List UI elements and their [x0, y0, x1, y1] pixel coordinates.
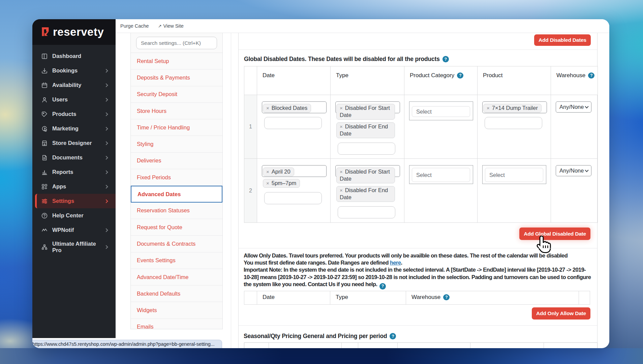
selected-tag[interactable]: 7×14 Dump Trailer [483, 104, 542, 113]
warehouse-select[interactable]: Any/None [556, 101, 591, 113]
selected-tag[interactable]: Disabled For End Date [336, 186, 395, 202]
sidebar-item-availability[interactable]: Availability [32, 78, 116, 92]
settings-nav-item-emails[interactable]: Emails [131, 319, 222, 329]
settings-nav-item-reservation-statuses[interactable]: Reservation Statuses [131, 203, 222, 219]
product-category-select[interactable]: Select [409, 165, 473, 184]
sidebar-item-bookings[interactable]: Bookings [32, 63, 116, 78]
users-icon [41, 96, 48, 103]
chevron-right-icon [104, 156, 108, 159]
settings-nav-item-security-deposit[interactable]: Security Deposit [131, 86, 222, 103]
settings-nav-item-advanced-dates[interactable]: Advanced Dates [131, 186, 222, 202]
help-icon[interactable] [588, 72, 594, 79]
selected-tag[interactable]: Disabled For Start Date [336, 104, 395, 120]
date-multiselect[interactable]: April 20 5pm–7pm [262, 165, 326, 188]
add-global-disabled-date-button[interactable]: Add Global Disabled Date [519, 228, 590, 240]
settings-nav-item-store-hours[interactable]: Store Hours [131, 103, 222, 119]
store-designer-icon [41, 140, 48, 147]
sidebar-item-products[interactable]: Products [32, 107, 116, 121]
selected-tag[interactable]: Disabled For End Date [336, 122, 395, 138]
row-index: 1 [244, 95, 257, 159]
column-header-warehouse: Warehouse [406, 291, 579, 304]
marketing-icon [41, 125, 48, 132]
settings-search-input[interactable] [136, 37, 217, 49]
select-placeholder: Select [412, 168, 470, 182]
settings-nav-item-deposits-payments[interactable]: Deposits & Payments [131, 69, 222, 86]
chevron-right-icon [104, 83, 108, 87]
allow-text-line: Allow Only Dates. Travel tours preferred… [244, 252, 597, 259]
settings-nav-item-request-for-quote[interactable]: Request for Quote [131, 219, 222, 236]
date-picker-input[interactable] [264, 192, 322, 204]
date-picker-input[interactable] [264, 117, 322, 129]
sidebar-item-documents[interactable]: Documents [32, 150, 116, 165]
remove-tag-icon[interactable] [266, 169, 269, 175]
product-category-cell: Select [404, 159, 478, 223]
add-only-allow-date-button[interactable]: Add Only Allow Date [532, 307, 590, 320]
settings-nav-item-time-price-handling[interactable]: Time / Price Handling [131, 119, 222, 136]
remove-tag-icon[interactable] [340, 169, 343, 175]
availability-icon [41, 82, 48, 89]
settings-nav-item-widgets[interactable]: Widgets [131, 302, 222, 318]
settings-icon [41, 198, 48, 205]
panel-divider [231, 33, 231, 348]
disabled-dates-toolbar-section: Add Disabled Dates [239, 33, 597, 50]
help-icon[interactable] [442, 56, 449, 62]
settings-nav-item-events-settings[interactable]: Events Settings [131, 252, 222, 269]
view-site-link[interactable]: ↗ View Site [158, 23, 184, 29]
reservety-logo[interactable]: reservety [32, 19, 116, 45]
add-disabled-dates-button[interactable]: Add Disabled Dates [534, 34, 591, 46]
help-icon[interactable] [457, 72, 463, 79]
help-icon[interactable] [443, 294, 450, 300]
settings-nav-item-styling[interactable]: Styling [131, 136, 222, 152]
allow-text-line: the system like you need. Contact Us if … [244, 281, 597, 290]
type-multiselect[interactable]: Disabled For Start Date Disabled For End… [335, 101, 399, 138]
browser-status-url-tooltip: https://www.chd47s5.rentyshop.com/wp-adm… [32, 340, 222, 348]
settings-nav-item-fixed-periods[interactable]: Fixed Periods [131, 169, 222, 186]
here-link[interactable]: here [390, 260, 401, 266]
sidebar-item-wpnotif[interactable]: WPNotif [32, 223, 116, 237]
selected-tag[interactable]: April 20 [263, 168, 294, 176]
sidebar-item-ultimate-affiliate-pro[interactable]: Ultimate Affiliate Pro [32, 237, 116, 257]
purge-cache-link[interactable]: Purge Cache [120, 23, 149, 29]
product-category-select[interactable]: Select [409, 101, 473, 120]
selected-tag[interactable]: 5pm–7pm [263, 179, 300, 188]
sidebar-item-help-center[interactable]: Help Center [32, 208, 116, 223]
help-icon[interactable] [379, 283, 386, 290]
remove-tag-icon[interactable] [487, 105, 490, 111]
product-select[interactable]: Select [482, 165, 546, 184]
product-search-input[interactable] [485, 117, 542, 129]
sidebar-item-apps[interactable]: Apps [32, 179, 116, 194]
warehouse-select[interactable]: Any/None [556, 165, 591, 176]
settings-nav-item-rental-setup[interactable]: Rental Setup [131, 53, 222, 69]
remove-tag-icon[interactable] [340, 124, 343, 129]
type-search-input[interactable] [338, 143, 395, 155]
sidebar-item-reports[interactable]: Reports [32, 165, 116, 179]
type-search-input[interactable] [338, 206, 395, 218]
remove-tag-icon[interactable] [340, 105, 343, 111]
allow-text-line: You must first define date ranges. Date … [244, 259, 597, 266]
affiliate-icon [41, 244, 48, 250]
sidebar-item-dashboard[interactable]: Dashboard [32, 49, 116, 63]
sidebar-item-settings[interactable]: Settings [35, 194, 116, 208]
type-multiselect[interactable]: Disabled For Start Date Disabled For End… [335, 165, 399, 202]
remove-tag-icon[interactable] [340, 187, 343, 193]
settings-nav-item-documents-contracts[interactable]: Documents & Contracts [131, 236, 222, 252]
sidebar-item-marketing[interactable]: Marketing [32, 121, 116, 136]
help-icon[interactable] [390, 333, 396, 339]
product-multiselect[interactable]: 7×14 Dump Trailer [482, 101, 546, 113]
date-multiselect[interactable]: Blocked Dates [262, 101, 326, 113]
remove-tag-icon[interactable] [266, 180, 269, 186]
settings-nav-item-advanced-date-time[interactable]: Advanced Date/Time [131, 269, 222, 285]
sidebar-item-users[interactable]: Users [32, 92, 116, 107]
settings-nav-item-backend-defaults[interactable]: Backend Defaults [131, 285, 222, 302]
settings-nav-items: Rental SetupDeposits & PaymentsSecurity … [131, 53, 222, 329]
row-index: 2 [244, 159, 257, 223]
sidebar-item-label: Dashboard [52, 53, 81, 59]
selected-tag[interactable]: Disabled For Start Date [336, 168, 395, 183]
settings-nav-item-deliveries[interactable]: Deliveries [131, 153, 222, 169]
sidebar-item-store-designer[interactable]: Store Designer [32, 136, 116, 150]
sidebar-item-label: Store Designer [52, 140, 92, 146]
allow-only-dates-section: Allow Only Dates. Travel tours preferred… [239, 248, 597, 326]
remove-tag-icon[interactable] [266, 105, 269, 111]
seasonal-pricing-table-partial [244, 342, 598, 348]
selected-tag[interactable]: Blocked Dates [263, 104, 311, 113]
